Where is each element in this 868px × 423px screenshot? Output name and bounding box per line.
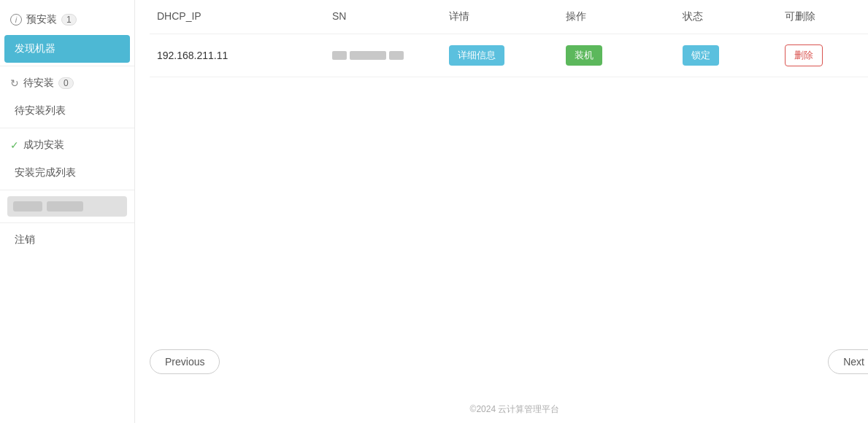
col-operation: 操作	[566, 10, 683, 23]
cell-status: 锁定	[683, 45, 785, 66]
sidebar-item-discover-machine[interactable]: 发现机器	[4, 35, 130, 63]
main-content: DHCP_IP SN 详情 操作 状态 可删除 192.168.211.11 详…	[135, 0, 868, 423]
placeholder-block-2	[47, 201, 83, 212]
footer: ©2024 云计算管理平台	[135, 396, 868, 423]
sn-seg-1	[332, 51, 347, 60]
sidebar-item-cancel[interactable]: 注销	[0, 226, 134, 254]
cell-operation: 装机	[566, 45, 683, 66]
sidebar-item-pending-list[interactable]: 待安装列表	[0, 97, 134, 125]
table-row: 192.168.211.11 详细信息 装机 锁定 删除	[150, 34, 868, 77]
section-pre-install-label: 预安装	[26, 13, 57, 26]
section-success-install: ✓ 成功安装	[0, 131, 134, 159]
sidebar: i 预安装 1 发现机器 ↻ 待安装 0 待安装列表 ✓ 成功安装 安装完成列表	[0, 0, 135, 423]
cell-details: 详细信息	[449, 45, 566, 66]
sn-seg-3	[389, 51, 404, 60]
cell-sn	[332, 51, 449, 60]
col-deletable: 可删除	[785, 10, 868, 23]
sync-icon: ↻	[10, 77, 19, 89]
sidebar-item-pending-list-label: 待安装列表	[15, 104, 66, 116]
section-pre-install-badge: 1	[61, 14, 77, 26]
sidebar-item-cancel-label: 注销	[15, 233, 35, 245]
section-pending-label: 待安装	[23, 77, 54, 90]
section-pending-badge: 0	[58, 77, 74, 89]
section-pre-install: i 预安装 1	[0, 6, 134, 34]
divider-2	[0, 128, 134, 128]
col-dhcp-ip: DHCP_IP	[157, 10, 332, 23]
divider-4	[0, 222, 134, 223]
col-details: 详情	[449, 10, 566, 23]
cell-delete: 删除	[785, 44, 868, 66]
details-button[interactable]: 详细信息	[449, 45, 504, 66]
lock-button[interactable]: 锁定	[683, 45, 719, 66]
sidebar-item-installed-list-label: 安装完成列表	[15, 166, 76, 178]
sidebar-placeholder	[7, 196, 127, 217]
pagination-area: Previous Next	[135, 335, 868, 396]
next-button[interactable]: Next	[828, 349, 868, 374]
delete-button[interactable]: 删除	[785, 44, 823, 66]
footer-text: ©2024 云计算管理平台	[470, 404, 560, 414]
col-sn: SN	[332, 10, 449, 23]
table-area: DHCP_IP SN 详情 操作 状态 可删除 192.168.211.11 详…	[135, 0, 868, 335]
sidebar-item-installed-list[interactable]: 安装完成列表	[0, 159, 134, 187]
divider-1	[0, 66, 134, 66]
col-status: 状态	[683, 10, 785, 23]
info-icon: i	[10, 14, 22, 26]
divider-3	[0, 190, 134, 190]
section-success-label: 成功安装	[23, 139, 64, 152]
placeholder-block-1	[13, 201, 42, 212]
install-button[interactable]: 装机	[566, 45, 602, 66]
sn-seg-2	[350, 51, 386, 60]
section-pending-install: ↻ 待安装 0	[0, 69, 134, 97]
table-header: DHCP_IP SN 详情 操作 状态 可删除	[150, 0, 868, 34]
previous-button[interactable]: Previous	[150, 349, 220, 374]
check-icon: ✓	[10, 139, 19, 151]
cell-dhcp-ip: 192.168.211.11	[157, 50, 332, 61]
sidebar-item-discover-machine-label: 发现机器	[15, 42, 55, 54]
